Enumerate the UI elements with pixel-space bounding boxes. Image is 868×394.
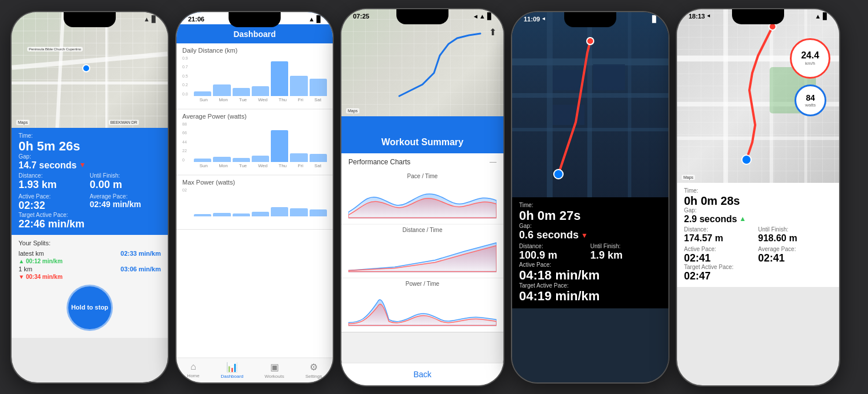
tp-label-4: Target Active Pace: [519,282,661,289]
splits-section-1: Your Splits: latest km 02:33 min/km ▲ 00… [12,235,168,338]
battery-icon-4: ▊ [652,16,657,23]
split-row-1: latest km 02:33 min/km [19,250,161,257]
ap-value-4: 04:18 min/km [519,268,661,282]
gap-row-5: 2.9 seconds ▲ [684,214,832,224]
phone-2: 21:06 ▲ ▊ Dashboard Daily Distance (km) … [176,12,333,382]
bar-col-fri1 [290,76,307,96]
home-icon: ⌂ [190,362,196,372]
distance-time-chart [348,235,496,273]
uf-label-4: Until Finish: [590,243,661,249]
gap-value-1: 14.7 seconds [19,160,77,171]
battery-icon-3: ▊ [487,13,492,20]
road-v2 [105,12,108,128]
tab-settings[interactable]: ⚙ Settings [306,362,322,379]
x-sun2: Sun [200,163,208,168]
pace-row-1: Active Pace: 02:32 Average Pace: 02:49 m… [19,193,161,212]
performance-section-3: Performance Charts — Pace / Time [341,153,503,333]
y-66: 66 [182,131,193,135]
gap-arrow-4: ▼ [581,231,588,240]
map-area-1: Peninsula Bible Church Cupertino Maps BE… [12,12,168,128]
y-09: 0.9 [182,56,193,60]
data-section-5-white: Time: 0h 0m 28s Gap: 2.9 seconds ▲ Dista… [677,183,839,288]
notch-4 [564,12,616,27]
power-unit-label: watts [805,102,816,108]
tp-value-1: 22:46 min/km [19,219,161,230]
tab-bar-2: ⌂ Home 📊 Dashboard ▣ Workouts ⚙ Settings [176,358,333,382]
x-sat1: Sat [314,97,321,102]
bar-thu3 [271,207,288,216]
svg-point-9 [554,170,563,179]
gap-arrow-1: ▼ [79,161,86,169]
ap-value-5: 02:41 [684,253,758,264]
tab-settings-label: Settings [306,374,322,379]
bar-wed3 [252,212,269,216]
bar-mon1 [213,84,230,96]
bars-power [194,122,327,162]
bar-col-fri2 [290,153,307,162]
x-thu1: Thu [279,97,287,102]
power-value: 84 [806,93,815,102]
tab-dashboard[interactable]: 📊 Dashboard [220,362,243,379]
time-label-1: Time: [19,132,161,139]
bar-thu1 [271,61,288,96]
bar-mon2 [213,157,230,162]
bar-sun2 [194,159,211,162]
notch-2 [229,12,281,27]
workouts-icon: ▣ [270,362,279,373]
x-thu2: Thu [279,163,287,168]
tab-home[interactable]: ⌂ Home [187,362,199,379]
tab-workouts[interactable]: ▣ Workouts [264,362,284,379]
x-sun1: Sun [200,97,208,102]
share-icon-3[interactable]: ⬆ [489,27,496,38]
x-mon1: Mon [219,97,228,102]
hold-button-label: Hold to stop [71,304,108,311]
y-axis-power: 88 66 44 22 0 [182,122,193,162]
screen-2: 21:06 ▲ ▊ Dashboard Daily Distance (km) … [176,12,333,382]
y-axis-daily: 0.9 0.7 0.5 0.2 0.0 [182,56,193,96]
road-label-1: BEEKMAN DR [109,120,139,125]
chart-section-maxpower: Max Power (watts) 02 [176,175,333,230]
maps-credit-5: Maps [682,175,695,180]
location-dot-1 [82,64,90,72]
ap-label-1: Active Pace: [19,193,90,200]
status-time-3: 07:25 [353,13,369,20]
dist-label-4: Distance: [519,243,590,249]
notch-1 [64,12,116,27]
x-mon2: Mon [219,163,228,168]
bar-mon3 [213,213,230,216]
gap-label-1: Gap: [19,153,161,160]
dist-value-4: 100.9 m [519,250,590,262]
bars-maxpower [194,188,327,216]
bar-col-mon3 [213,213,230,216]
back-button-3[interactable]: Back [413,370,431,379]
maxpower-chart-container: 02 [182,188,327,226]
phones-container: Peninsula Bible Church Cupertino Maps BE… [0,0,868,394]
avgp-value-1: 02:49 min/km [90,200,161,209]
ap-label-5: Active Pace: [684,246,758,252]
tab-dashboard-label: Dashboard [220,374,243,379]
bar-col-sat3 [310,209,327,216]
x-tue1: Tue [239,97,247,102]
distance-col-4: Distance: 100.9 m [519,243,590,262]
bar-col-sat1 [310,79,327,96]
screen-1: Peninsula Bible Church Cupertino Maps BE… [12,12,168,382]
speed-watts-circle: 84 watts [795,84,826,116]
svg-rect-13 [677,137,839,140]
road-h2 [12,82,168,84]
y-00: 0.0 [182,92,193,96]
gps-icon-3: ◂ [474,13,477,20]
x-sat2: Sat [314,163,321,168]
bar-col-fri3 [290,208,307,216]
perf-collapse-3[interactable]: — [490,158,496,166]
gap-row-1: 14.7 seconds ▼ [19,160,161,171]
ap-col-5: Active Pace: 02:41 [684,246,758,264]
dist-finish-row-4: Distance: 100.9 m Until Finish: 1.9 km [519,243,661,262]
bar-col-wed2 [252,156,269,162]
power-time-container: Power / Time [341,278,503,332]
hold-to-stop-button[interactable]: Hold to stop [67,285,113,331]
x-wed2: Wed [258,163,267,168]
distance-time-label: Distance / Time [348,227,496,233]
bar-wed1 [252,86,269,96]
splits-title-1: Your Splits: [19,240,161,246]
route-svg-3 [341,9,503,116]
